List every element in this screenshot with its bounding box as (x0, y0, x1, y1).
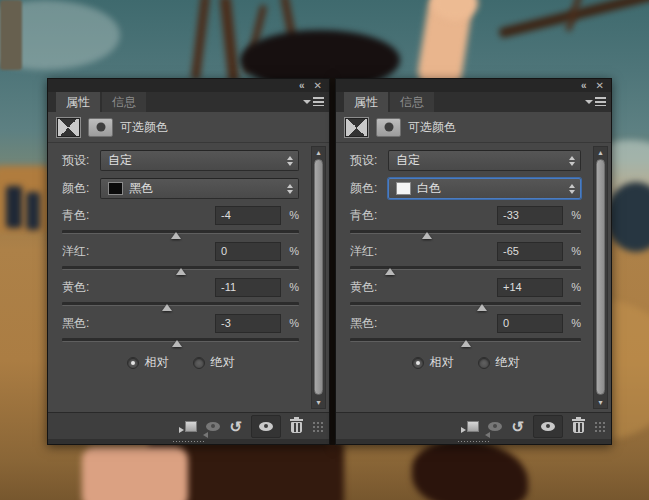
color-value: 黑色 (129, 180, 153, 197)
branch-stick (0, 0, 22, 70)
panel-menu-icon[interactable] (303, 97, 324, 106)
magenta-slider[interactable] (62, 266, 299, 270)
toggle-visibility-button[interactable] (533, 415, 563, 438)
stepper-icon (287, 184, 293, 194)
scroll-down-icon[interactable]: ▾ (594, 397, 607, 408)
black-slider[interactable] (62, 338, 299, 342)
preset-dropdown[interactable]: 自定 (388, 150, 581, 171)
black-value-input[interactable]: -3 (215, 314, 281, 333)
scrollbar-thumb[interactable] (314, 159, 323, 395)
tab-info[interactable]: 信息 (102, 92, 146, 112)
color-value: 白色 (417, 180, 441, 197)
delete-adjustment-icon[interactable] (572, 419, 585, 433)
collapse-to-icons-icon[interactable]: « (581, 81, 586, 91)
color-label: 颜色: (62, 180, 100, 197)
scroll-up-icon[interactable]: ▴ (312, 147, 325, 158)
close-icon[interactable]: ✕ (596, 81, 604, 91)
cyan-value-input[interactable]: -4 (215, 206, 281, 225)
adjustment-title: 可选颜色 (120, 119, 168, 136)
resize-grip-icon[interactable] (312, 421, 323, 432)
color-label: 颜色: (350, 180, 388, 197)
cyan-value-input[interactable]: -33 (497, 206, 563, 225)
preset-dropdown[interactable]: 自定 (100, 150, 299, 171)
percent-sign: % (281, 245, 299, 257)
resize-grip-icon[interactable] (594, 421, 605, 432)
slider-thumb[interactable] (477, 304, 487, 311)
radio-circle (478, 357, 490, 369)
cyan-slider[interactable] (350, 230, 581, 234)
field-structure (6, 186, 22, 228)
trash-lid (290, 419, 303, 421)
toggle-visibility-button[interactable] (251, 415, 281, 438)
drag-grip-icon[interactable] (457, 440, 491, 443)
layer-mask-icon[interactable] (88, 118, 113, 137)
preset-value: 自定 (396, 152, 420, 169)
slider-thumb[interactable] (172, 340, 182, 347)
selective-color-adjustment-icon[interactable] (344, 117, 369, 138)
slider-thumb[interactable] (461, 340, 471, 347)
slider-thumb[interactable] (385, 268, 395, 275)
cyan-slider[interactable] (62, 230, 299, 234)
clip-to-layer-icon[interactable] (461, 416, 479, 436)
close-icon[interactable]: ✕ (314, 81, 322, 91)
scrollbar[interactable]: ▴ ▾ (593, 146, 608, 409)
relative-radio[interactable]: 相对 (127, 354, 169, 371)
slider-thumb[interactable] (171, 232, 181, 239)
magenta-value-input[interactable]: 0 (215, 242, 281, 261)
yellow-slider[interactable] (62, 302, 299, 306)
panel-tabs: 属性 信息 (336, 92, 611, 112)
absolute-radio[interactable]: 绝对 (478, 354, 520, 371)
layer-square-icon (467, 421, 479, 432)
view-previous-state-icon[interactable] (488, 416, 502, 436)
relative-label: 相对 (145, 354, 169, 371)
tab-properties[interactable]: 属性 (344, 92, 388, 112)
delete-adjustment-icon[interactable] (290, 419, 303, 433)
layer-mask-icon[interactable] (376, 118, 401, 137)
view-previous-state-icon[interactable] (206, 416, 220, 436)
yellow-value-input[interactable]: -11 (215, 278, 281, 297)
tab-info[interactable]: 信息 (390, 92, 434, 112)
magenta-value-input[interactable]: -65 (497, 242, 563, 261)
panel-titlebar: « ✕ (48, 79, 329, 92)
scrollbar[interactable]: ▴ ▾ (311, 146, 326, 409)
percent-sign: % (563, 317, 581, 329)
preset-label: 预设: (62, 152, 100, 169)
color-dropdown[interactable]: 黑色 (100, 178, 299, 199)
tree-branch (220, 0, 240, 82)
field-structure (26, 192, 40, 230)
slider-thumb[interactable] (176, 268, 186, 275)
collapse-to-icons-icon[interactable]: « (299, 81, 304, 91)
absolute-radio[interactable]: 绝对 (193, 354, 235, 371)
panel-menu-icon[interactable] (585, 97, 606, 106)
drag-grip-icon[interactable] (172, 440, 206, 443)
yellow-value-input[interactable]: +14 (497, 278, 563, 297)
percent-sign: % (563, 245, 581, 257)
absolute-label: 绝对 (211, 354, 235, 371)
tab-properties[interactable]: 属性 (56, 92, 100, 112)
magenta-label: 洋红: (62, 243, 215, 260)
color-dropdown[interactable]: 白色 (388, 178, 581, 199)
reset-adjustment-icon[interactable]: ↺ (229, 416, 242, 436)
yellow-slider[interactable] (350, 302, 581, 306)
scroll-down-icon[interactable]: ▾ (312, 397, 325, 408)
eye-icon (259, 422, 273, 431)
cyan-label: 青色: (350, 207, 497, 224)
slider-thumb[interactable] (162, 304, 172, 311)
clip-to-layer-icon[interactable] (179, 416, 197, 436)
selective-color-adjustment-icon[interactable] (56, 117, 81, 138)
preset-value: 自定 (108, 152, 132, 169)
radio-circle (193, 357, 205, 369)
slider-thumb[interactable] (422, 232, 432, 239)
scrollbar-thumb[interactable] (596, 159, 605, 395)
reset-adjustment-icon[interactable]: ↺ (511, 416, 524, 436)
layer-square-icon (185, 421, 197, 432)
adjustment-header: 可选颜色 (336, 112, 611, 143)
magenta-slider[interactable] (350, 266, 581, 270)
undo-arrow-icon: ↺ (229, 419, 242, 434)
relative-radio[interactable]: 相对 (412, 354, 454, 371)
percent-sign: % (281, 209, 299, 221)
black-value-input[interactable]: 0 (497, 314, 563, 333)
scroll-up-icon[interactable]: ▴ (594, 147, 607, 158)
adjustment-header: 可选颜色 (48, 112, 329, 143)
black-slider[interactable] (350, 338, 581, 342)
